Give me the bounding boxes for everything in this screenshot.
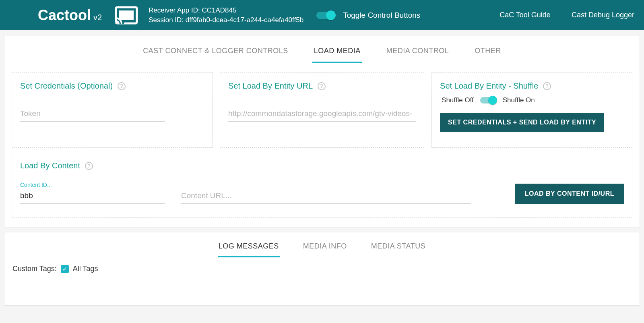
help-icon[interactable]: ? (85, 162, 93, 170)
cast-icon[interactable] (115, 6, 138, 25)
panel-credentials-title: Set Credentials (Optional) (20, 81, 113, 91)
link-debug-logger[interactable]: Cast Debug Logger (572, 11, 634, 19)
panel-shuffle-title: Set Load By Entity - Shuffle (440, 81, 538, 91)
tab-cast-connect[interactable]: CAST CONNECT & LOGGER CONTROLS (141, 44, 289, 63)
shuffle-off-label: Shuffle Off (442, 96, 474, 104)
toggle-control-buttons-label: Toggle Control Buttons (343, 11, 420, 20)
main-card: CAST CONNECT & LOGGER CONTROLS LOAD MEDI… (4, 35, 640, 227)
top-panels: Set Credentials (Optional) ? Set Load By… (4, 63, 640, 152)
tab-media-info[interactable]: MEDIA INFO (302, 240, 348, 257)
log-tabs: LOG MESSAGES MEDIA INFO MEDIA STATUS (4, 232, 640, 257)
svg-point-2 (116, 22, 118, 24)
topbar-links: CaC Tool Guide Cast Debug Logger (500, 11, 634, 19)
brand-title: Cactool (38, 7, 91, 24)
tab-load-media[interactable]: LOAD MEDIA (312, 44, 362, 63)
help-icon[interactable]: ? (543, 82, 551, 90)
custom-tags-row: Custom Tags: ✓ All Tags (4, 257, 640, 305)
toggle-control-buttons: Toggle Control Buttons (316, 11, 420, 20)
load-by-content-button[interactable]: LOAD BY CONTENT ID/URL (515, 184, 624, 204)
tab-media-status[interactable]: MEDIA STATUS (370, 240, 426, 257)
session-info: Receiver App ID: CC1AD845 Session ID: df… (149, 6, 303, 25)
receiver-app-id-value: CC1AD845 (202, 6, 236, 14)
panel-shuffle: Set Load By Entity - Shuffle ? Shuffle O… (431, 72, 632, 148)
content-url-field (181, 189, 471, 204)
content-id-input[interactable] (20, 189, 165, 204)
link-guide[interactable]: CaC Tool Guide (500, 11, 551, 19)
panel-credentials: Set Credentials (Optional) ? (12, 72, 213, 148)
main-tabs: CAST CONNECT & LOGGER CONTROLS LOAD MEDI… (4, 35, 640, 63)
session-id-label: Session ID: (149, 16, 186, 24)
panel-load-content-title: Load By Content (20, 161, 80, 170)
panel-entity-url: Set Load By Entity URL ? (220, 72, 424, 148)
brand-suffix: v2 (93, 13, 102, 22)
content-id-field: Content ID... (20, 182, 165, 204)
brand: Cactool v2 (38, 7, 102, 24)
set-credentials-send-load-button[interactable]: SET CREDENTIALS + SEND LOAD BY ENTITY (440, 113, 604, 132)
receiver-app-id-label: Receiver App ID: (149, 6, 202, 14)
log-card: LOG MESSAGES MEDIA INFO MEDIA STATUS Cus… (4, 232, 640, 306)
tab-other[interactable]: OTHER (473, 44, 503, 63)
custom-tags-label: Custom Tags: (12, 265, 57, 273)
shuffle-on-label: Shuffle On (503, 96, 535, 104)
help-icon[interactable]: ? (318, 82, 326, 90)
all-tags-label: All Tags (73, 265, 98, 273)
content-id-label: Content ID... (20, 182, 165, 188)
toggle-control-buttons-switch[interactable] (316, 12, 335, 19)
help-icon[interactable]: ? (118, 82, 126, 90)
tab-media-control[interactable]: MEDIA CONTROL (385, 44, 451, 63)
panel-load-by-content: Load By Content ? Content ID... LOAD BY … (12, 152, 632, 218)
tab-log-messages[interactable]: LOG MESSAGES (218, 240, 280, 257)
shuffle-switch[interactable] (480, 97, 496, 104)
panel-entity-url-title: Set Load By Entity URL (228, 81, 313, 91)
all-tags-checkbox[interactable]: ✓ (61, 265, 69, 273)
svg-rect-1 (119, 10, 134, 20)
topbar: Cactool v2 Receiver App ID: CC1AD845 Ses… (0, 0, 644, 30)
session-id-value: dff9fab0-dcea-4c17-a244-ca4efa40ff5b (186, 16, 303, 24)
content-url-input[interactable] (181, 189, 471, 204)
entity-url-input[interactable] (228, 107, 416, 122)
token-input[interactable] (20, 107, 165, 122)
